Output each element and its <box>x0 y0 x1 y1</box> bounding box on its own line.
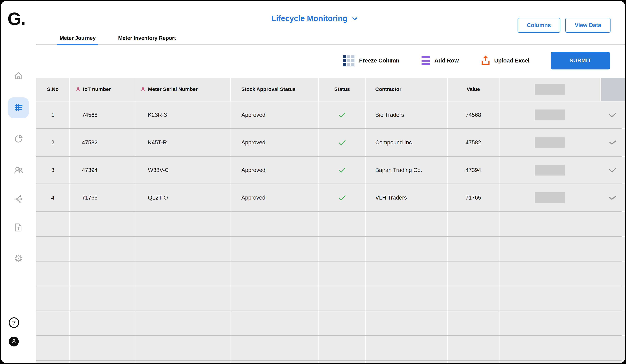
cell-meter-serial[interactable] <box>135 361 231 363</box>
cell-status[interactable] <box>318 184 365 211</box>
cell-stock-approval[interactable]: Approved <box>231 157 318 184</box>
cell-sno[interactable]: 2 <box>36 129 69 156</box>
cell-value[interactable]: 47394 <box>447 157 499 184</box>
cell-placeholder[interactable] <box>499 261 600 286</box>
avatar[interactable] <box>9 337 19 346</box>
cell-contractor[interactable] <box>365 237 447 261</box>
cell-contractor[interactable] <box>365 286 447 311</box>
cell-placeholder[interactable] <box>499 336 600 360</box>
col-header-contractor[interactable]: Contractor <box>365 78 447 101</box>
columns-button[interactable]: Columns <box>517 18 560 33</box>
cell-value[interactable] <box>447 286 499 311</box>
cell-contractor[interactable]: VLH Traders <box>365 184 447 211</box>
cell-iot-number[interactable]: 47394 <box>69 157 135 184</box>
cell-value[interactable] <box>447 361 499 363</box>
cell-stock-approval[interactable] <box>231 212 318 236</box>
cell-sno[interactable] <box>36 361 69 363</box>
col-header-status[interactable]: Status <box>318 78 365 101</box>
cell-stock-approval[interactable] <box>231 286 318 311</box>
cell-meter-serial[interactable] <box>135 286 231 311</box>
cell-row-check[interactable] <box>600 184 625 211</box>
cell-contractor[interactable] <box>365 261 447 286</box>
cell-stock-approval[interactable] <box>231 261 318 286</box>
cell-status[interactable] <box>318 336 365 360</box>
cell-sno[interactable] <box>36 212 69 236</box>
cell-meter-serial[interactable]: W38V-C <box>135 157 231 184</box>
cell-placeholder[interactable] <box>499 212 600 236</box>
cell-sno[interactable] <box>36 237 69 261</box>
cell-meter-serial[interactable]: K45T-R <box>135 129 231 156</box>
cell-status[interactable] <box>318 361 365 363</box>
cell-row-check[interactable] <box>600 157 625 184</box>
cell-stock-approval[interactable] <box>231 336 318 360</box>
cell-row-check[interactable] <box>600 237 625 261</box>
cell-iot-number[interactable] <box>69 361 135 363</box>
cell-placeholder[interactable] <box>499 129 600 156</box>
cell-stock-approval[interactable] <box>231 311 318 335</box>
cell-meter-serial[interactable] <box>135 311 231 335</box>
sidebar-item-analytics[interactable] <box>8 128 29 149</box>
sidebar-item-network[interactable] <box>8 189 29 210</box>
cell-row-check[interactable] <box>600 336 625 360</box>
cell-row-check[interactable] <box>600 361 625 363</box>
help-button[interactable]: ? <box>9 317 19 328</box>
cell-stock-approval[interactable]: Approved <box>231 184 318 211</box>
col-header-sno[interactable]: S.No <box>36 78 69 101</box>
cell-placeholder[interactable] <box>499 311 600 335</box>
cell-iot-number[interactable]: 74568 <box>69 101 135 128</box>
cell-value[interactable]: 71765 <box>447 184 499 211</box>
sidebar-item-users[interactable] <box>8 160 29 181</box>
page-title[interactable]: Lifecycle Monitoring <box>271 14 347 23</box>
cell-status[interactable] <box>318 237 365 261</box>
upload-excel-action[interactable]: Upload Excel <box>481 55 529 66</box>
cell-iot-number[interactable]: 71765 <box>69 184 135 211</box>
cell-row-check[interactable] <box>600 101 625 128</box>
cell-status[interactable] <box>318 212 365 236</box>
col-header-iot-number[interactable]: A IoT number <box>69 78 135 101</box>
cell-iot-number[interactable] <box>69 261 135 286</box>
cell-iot-number[interactable] <box>69 237 135 261</box>
submit-button[interactable]: SUBMIT <box>551 52 610 70</box>
cell-sno[interactable] <box>36 336 69 360</box>
cell-status[interactable] <box>318 129 365 156</box>
col-header-value[interactable]: Value <box>447 78 499 101</box>
cell-contractor[interactable] <box>365 311 447 335</box>
cell-meter-serial[interactable] <box>135 212 231 236</box>
tab-meter-journey[interactable]: Meter Journey <box>57 35 98 44</box>
cell-sno[interactable] <box>36 286 69 311</box>
cell-contractor[interactable]: Bio Traders <box>365 101 447 128</box>
cell-contractor[interactable] <box>365 336 447 360</box>
cell-placeholder[interactable] <box>499 184 600 211</box>
cell-contractor[interactable]: Compound Inc. <box>365 129 447 156</box>
cell-value[interactable] <box>447 237 499 261</box>
cell-status[interactable] <box>318 261 365 286</box>
col-header-stock-approval[interactable]: Stock Approval Status <box>230 78 318 101</box>
cell-status[interactable] <box>318 157 365 184</box>
cell-meter-serial[interactable]: K23R-3 <box>135 101 231 128</box>
cell-value[interactable]: 74568 <box>447 101 499 128</box>
cell-sno[interactable]: 3 <box>36 157 69 184</box>
cell-sno[interactable] <box>36 261 69 286</box>
cell-status[interactable] <box>318 101 365 128</box>
cell-row-check[interactable] <box>600 311 625 335</box>
cell-value[interactable] <box>447 261 499 286</box>
cell-value[interactable] <box>447 311 499 335</box>
cell-row-check[interactable] <box>600 212 625 236</box>
cell-stock-approval[interactable] <box>231 361 318 363</box>
cell-placeholder[interactable] <box>499 101 600 128</box>
sidebar-item-home[interactable] <box>8 66 29 87</box>
cell-iot-number[interactable] <box>69 286 135 311</box>
cell-meter-serial[interactable] <box>135 336 231 360</box>
cell-placeholder[interactable] <box>499 286 600 311</box>
cell-value[interactable] <box>447 212 499 236</box>
cell-row-check[interactable] <box>600 261 625 286</box>
cell-sno[interactable]: 4 <box>36 184 69 211</box>
sidebar-item-meter-grid[interactable] <box>8 97 29 118</box>
cell-placeholder[interactable] <box>499 157 600 184</box>
cell-stock-approval[interactable]: Approved <box>231 129 318 156</box>
freeze-column-action[interactable]: Freeze Column <box>343 55 399 67</box>
cell-value[interactable] <box>447 336 499 360</box>
col-header-meter-serial[interactable]: A Meter Serial Number <box>135 78 231 101</box>
cell-iot-number[interactable] <box>69 336 135 360</box>
cell-status[interactable] <box>318 311 365 335</box>
